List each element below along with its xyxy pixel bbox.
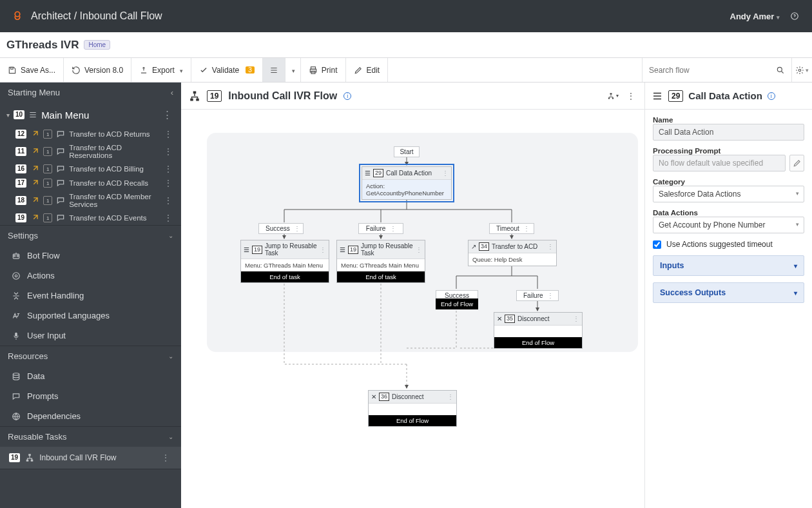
chevron-down-icon[interactable]: ⌄ [168, 232, 173, 239]
resources-item[interactable]: Dependencies [0, 406, 181, 426]
help-icon[interactable] [789, 10, 800, 22]
disconnect-icon: ✕ [497, 315, 502, 322]
timeout-checkbox-row[interactable]: Use Actions suggested timeout [653, 240, 804, 249]
info-icon[interactable]: i [343, 92, 351, 100]
start-node[interactable]: Start [394, 146, 420, 157]
sidebar-menu-item[interactable]: 181Transfer to ACD Member Services⋮ [0, 190, 181, 211]
minimap-icon[interactable]: ▾ [607, 90, 619, 102]
name-field[interactable] [653, 124, 804, 141]
badge-icon: 1 [43, 196, 52, 205]
svg-rect-20 [190, 98, 193, 101]
jump-reusable-node-1[interactable]: ☰19Jump to Reusable Task⋮ Menu: GThreads… [240, 240, 329, 283]
sidebar-menu-item[interactable]: 121Transfer to ACD Returns⋮ [0, 127, 181, 141]
search-icon[interactable] [776, 66, 785, 75]
sitemap-icon [25, 453, 34, 462]
resources-header[interactable]: Resources ⌄ [0, 346, 181, 366]
settings-item[interactable]: Bot Flow [0, 246, 181, 266]
chat-icon [56, 196, 65, 205]
success-branch-label[interactable]: Success⋮ [258, 223, 304, 234]
svg-point-12 [15, 275, 17, 277]
disconnect-node-2[interactable]: ✕36Disconnect⋮ End of Flow [368, 390, 457, 427]
panel-title: Call Data Action [688, 90, 762, 101]
svg-point-11 [13, 272, 20, 279]
processing-prompt-field[interactable] [653, 155, 786, 171]
sidebar-menu-item[interactable]: 191Transfer to ACD Events⋮ [0, 211, 181, 225]
sidebar-menu-item[interactable]: 111Transfer to ACD Reservations⋮ [0, 141, 181, 162]
category-select[interactable]: Salesforce Data Actions [653, 186, 804, 202]
svg-rect-2 [11, 67, 14, 69]
search-flow[interactable] [642, 58, 791, 82]
timeout-branch-label[interactable]: Timeout⋮ [489, 223, 534, 234]
search-input[interactable] [649, 66, 776, 75]
list-view-dropdown[interactable] [285, 58, 301, 82]
call-data-action-node[interactable]: ☰29Call Data Action⋮ Action: GetAccountb… [362, 166, 452, 200]
settings-item[interactable]: Event Handling [0, 286, 181, 306]
sidebar-menu-item[interactable]: 161Transfer to ACD Billing⋮ [0, 162, 181, 176]
caret-down-icon [179, 66, 183, 75]
settings-item[interactable]: Actions [0, 266, 181, 286]
failure-branch-label-2[interactable]: Failure⋮ [516, 290, 559, 301]
collapse-sidebar-icon[interactable]: ‹ [171, 88, 173, 97]
starting-menu-header[interactable]: Starting Menu ‹ [0, 83, 181, 103]
node-menu-icon[interactable]: ⋮ [442, 170, 449, 177]
reusable-tasks-header[interactable]: Reusable Tasks ⌄ [0, 427, 181, 447]
transfer-acd-node[interactable]: ↗34Transfer to ACD⋮ Queue: Help Desk [468, 240, 557, 266]
deps-icon [12, 412, 21, 421]
row-menu-icon[interactable]: ⋮ [159, 453, 172, 462]
info-icon[interactable]: i [768, 92, 775, 100]
flow-canvas[interactable]: Start ☰29Call Data Action⋮ Action: GetAc… [181, 110, 644, 508]
row-menu-icon[interactable]: ⋮ [162, 196, 175, 205]
settings-header[interactable]: Settings ⌄ [0, 226, 181, 246]
prompts-icon [12, 392, 21, 401]
processing-prompt-label: Processing Prompt [653, 147, 804, 155]
subheader: GThreads IVR Home [0, 32, 812, 58]
svg-point-6 [777, 67, 782, 72]
svg-rect-23 [608, 97, 610, 99]
sidebar-menu-item[interactable]: 171Transfer to ACD Recalls⋮ [0, 176, 181, 190]
chevron-down-icon[interactable]: ⌄ [168, 353, 173, 360]
row-menu-icon[interactable]: ⋮ [162, 147, 175, 156]
mic-icon [12, 331, 21, 340]
category-label: Category [653, 178, 804, 186]
disconnect-node-1[interactable]: ✕35Disconnect⋮ End of Flow [494, 312, 583, 349]
version-button[interactable]: Version 8.0 [64, 58, 131, 82]
svg-point-0 [15, 12, 20, 17]
row-menu-icon[interactable]: ⋮ [162, 164, 175, 173]
settings-item[interactable]: Supported Languages [0, 306, 181, 326]
row-menu-icon[interactable]: ⋮ [162, 179, 175, 188]
jump-out-icon [30, 130, 39, 139]
row-menu-icon[interactable]: ⋮ [162, 130, 175, 139]
canvas-menu-icon[interactable]: ⋮ [625, 90, 637, 102]
topbar: Architect / Inbound Call Flow Andy Amer … [0, 0, 812, 32]
badge-icon: 1 [43, 213, 52, 222]
reusable-task-row[interactable]: 19 Inbound Call IVR Flow ⋮ [0, 447, 181, 469]
home-pill[interactable]: Home [84, 40, 110, 50]
external-icon: ↗ [471, 243, 476, 250]
bot-icon [12, 251, 21, 260]
settings-gear-button[interactable]: ▾ [791, 58, 812, 82]
data-actions-select[interactable]: Get Account by Phone Number [653, 217, 804, 233]
jump-out-icon [30, 179, 39, 188]
user-menu[interactable]: Andy Amer ▾ [730, 12, 780, 21]
failure-branch-label[interactable]: Failure⋮ [358, 223, 403, 234]
settings-item[interactable]: User Input [0, 326, 181, 346]
main-menu-row[interactable]: ▾ 10 Main Menu ⋮ [0, 103, 181, 127]
edit-button[interactable]: Edit [346, 58, 389, 82]
print-button[interactable]: Print [301, 58, 346, 82]
success-outputs-accordion[interactable]: Success Outputs [653, 282, 804, 303]
inputs-accordion[interactable]: Inputs [653, 255, 804, 276]
chevron-down-icon[interactable]: ⌄ [168, 433, 173, 440]
resources-item[interactable]: Prompts [0, 386, 181, 406]
breadcrumb[interactable]: Architect / Inbound Call Flow [31, 10, 162, 22]
timeout-checkbox[interactable] [653, 240, 661, 249]
save-as-button[interactable]: Save As... [0, 58, 64, 82]
resources-item[interactable]: Data [0, 366, 181, 386]
jump-out-icon [30, 147, 39, 156]
row-menu-icon[interactable]: ⋮ [162, 213, 175, 222]
jump-reusable-node-2[interactable]: ☰19Jump to Reusable Task⋮ Menu: GThreads… [336, 240, 425, 283]
row-menu-icon[interactable]: ⋮ [160, 109, 175, 121]
edit-prompt-button[interactable] [789, 155, 804, 171]
list-view-button[interactable] [263, 58, 285, 82]
export-button[interactable]: Export [131, 58, 191, 82]
validate-button[interactable]: Validate3 [191, 58, 263, 82]
